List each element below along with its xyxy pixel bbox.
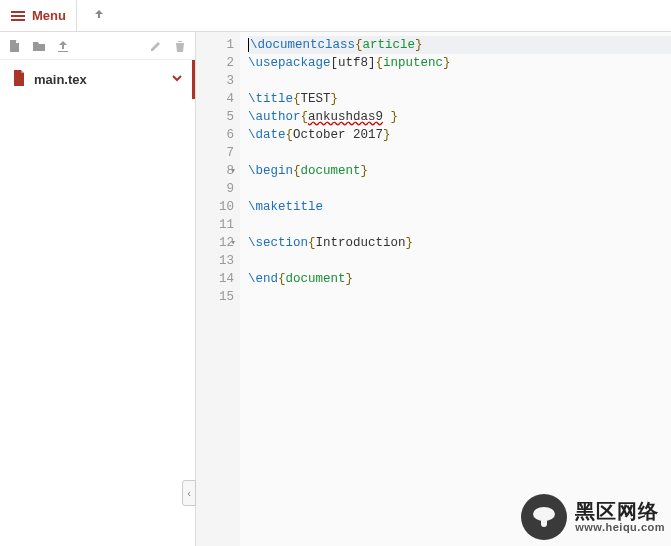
hamburger-icon [10,8,26,24]
line-number: 5 [196,108,234,126]
line-gutter: 123456789101112131415 [196,32,240,546]
menu-label: Menu [32,8,66,23]
text-cursor [248,38,249,52]
main-area: main.tex ‹ 123456789101112131415 \docume… [0,32,671,546]
code-line[interactable]: \end{document} [248,270,671,288]
up-button[interactable] [85,8,113,23]
code-line[interactable]: \begin{document} [248,162,671,180]
line-number: 4 [196,90,234,108]
edit-icon[interactable] [149,39,163,53]
code-line[interactable]: \title{TEST} [248,90,671,108]
code-line[interactable]: \documentclass{article} [248,36,671,54]
code-line[interactable] [248,180,671,198]
code-line[interactable]: \author{ankushdas9 } [248,108,671,126]
line-number: 11 [196,216,234,234]
code-line[interactable] [248,252,671,270]
chevron-down-icon[interactable] [171,72,183,87]
code-editor[interactable]: 123456789101112131415 \documentclass{art… [196,32,671,546]
line-number: 13 [196,252,234,270]
line-number: 12 [196,234,234,252]
code-line[interactable] [248,72,671,90]
top-bar: Menu [0,0,671,32]
file-sidebar: main.tex ‹ [0,32,196,546]
line-number: 15 [196,288,234,306]
upload-icon[interactable] [56,39,70,53]
line-number: 8 [196,162,234,180]
code-line[interactable]: \maketitle [248,198,671,216]
file-item-main-tex[interactable]: main.tex [0,60,195,99]
code-line[interactable]: \section{Introduction} [248,234,671,252]
code-line[interactable]: \usepackage[utf8]{inputenc} [248,54,671,72]
line-number: 2 [196,54,234,72]
line-number: 3 [196,72,234,90]
trash-icon[interactable] [173,39,187,53]
line-number: 10 [196,198,234,216]
divider [76,0,77,31]
new-file-icon[interactable] [8,39,22,53]
code-line[interactable] [248,288,671,306]
menu-button[interactable]: Menu [0,0,76,31]
line-number: 7 [196,144,234,162]
code-line[interactable] [248,144,671,162]
new-folder-icon[interactable] [32,39,46,53]
file-icon [12,70,26,89]
line-number: 9 [196,180,234,198]
sidebar-collapse-handle[interactable]: ‹ [182,480,196,506]
line-number: 1 [196,36,234,54]
sidebar-toolbar [0,32,195,60]
arrow-up-icon [93,8,105,20]
line-number: 14 [196,270,234,288]
code-area[interactable]: \documentclass{article}\usepackage[utf8]… [240,32,671,546]
code-line[interactable]: \date{October 2017} [248,126,671,144]
code-line[interactable] [248,216,671,234]
file-name-label: main.tex [34,72,163,87]
line-number: 6 [196,126,234,144]
